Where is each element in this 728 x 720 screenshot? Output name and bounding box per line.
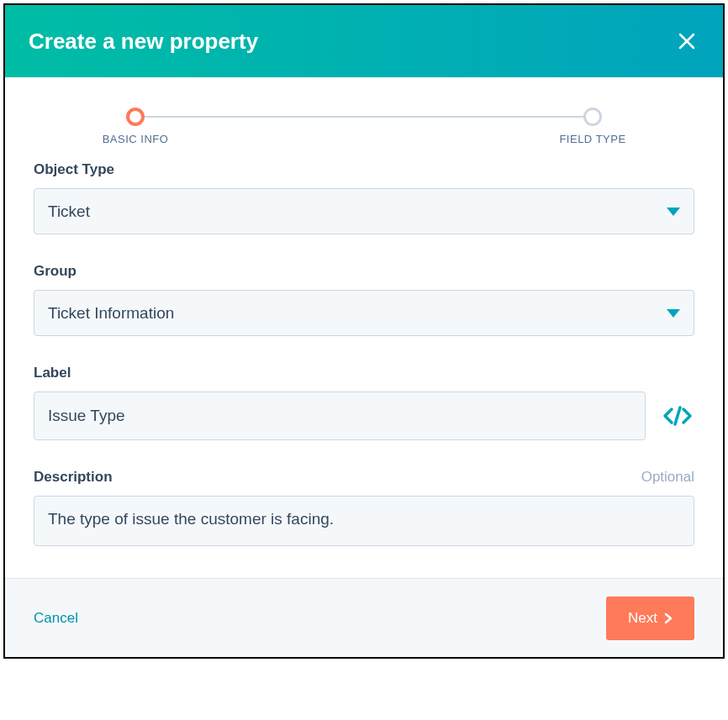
caret-down-icon [667,208,680,216]
close-icon [677,31,697,51]
modal-header: Create a new property [5,5,723,77]
group-label: Group [34,263,694,280]
field-label: Label [34,365,694,440]
cancel-button[interactable]: Cancel [34,610,78,627]
chevron-right-icon [664,612,673,624]
svg-marker-3 [667,309,680,318]
stepper: BASIC INFO FIELD TYPE [34,108,694,126]
svg-line-4 [675,407,680,424]
description-label: Description [34,469,113,486]
create-property-modal: Create a new property BASIC INFO FIELD T… [3,3,725,659]
object-type-select[interactable]: Ticket [34,188,694,234]
modal-title: Create a new property [29,29,258,55]
internal-name-button[interactable] [661,399,694,433]
label-input-row [34,392,694,440]
object-type-label: Object Type [34,161,694,178]
field-object-type: Object Type Ticket [34,161,694,234]
svg-marker-2 [667,208,680,216]
step-circle-active-icon [126,108,145,126]
group-value: Ticket Information [48,304,174,323]
optional-hint: Optional [641,469,694,486]
field-group: Group Ticket Information [34,263,694,336]
step-connector [145,116,583,118]
modal-footer: Cancel Next [5,578,723,657]
group-select[interactable]: Ticket Information [34,290,694,336]
label-input[interactable] [34,392,646,440]
step-field-type[interactable]: FIELD TYPE [583,108,602,126]
code-icon [662,404,693,428]
description-label-row: Description Optional [34,469,694,486]
step-basic-info[interactable]: BASIC INFO [126,108,145,126]
object-type-value: Ticket [48,202,90,221]
form-area: Object Type Ticket Group Ticket Informat… [34,161,694,549]
next-button-label: Next [628,610,657,627]
close-button[interactable] [674,29,699,54]
description-textarea[interactable] [34,496,694,546]
step-circle-inactive-icon [583,108,602,126]
label-field-label: Label [34,365,694,381]
step-label: FIELD TYPE [559,133,625,145]
next-button[interactable]: Next [606,596,694,640]
caret-down-icon [667,309,680,318]
modal-body: BASIC INFO FIELD TYPE Object Type Ticket… [5,77,723,578]
field-description: Description Optional [34,469,694,549]
step-label: BASIC INFO [103,133,169,145]
